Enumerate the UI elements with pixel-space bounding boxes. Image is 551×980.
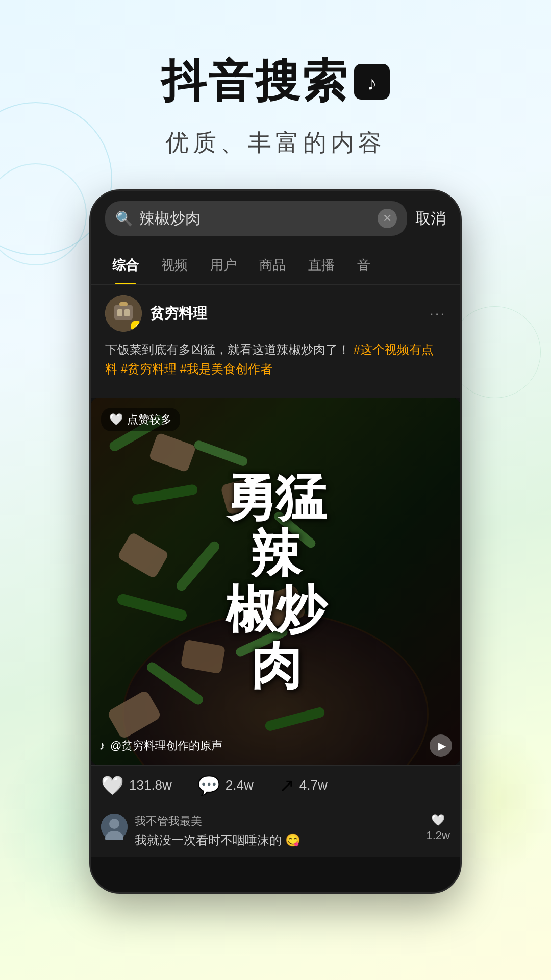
tiktok-logo-icon: ♪ [354, 64, 390, 100]
interaction-bar: 🤍 131.8w 💬 2.4w ↗ 4.7w [91, 765, 460, 805]
play-icon-symbol: ▶ [438, 740, 446, 752]
content-area: ✓ 贫穷料理 ··· 下饭菜到底有多凶猛，就看这道辣椒炒肉了！ #这个视频有点料… [91, 285, 460, 398]
tab-商品[interactable]: 商品 [248, 246, 297, 284]
post-caption: 下饭菜到底有多凶猛，就看这道辣椒炒肉了！ #这个视频有点料 #贫穷料理 #我是美… [105, 340, 446, 379]
commenter-avatar-image [101, 814, 128, 840]
commenter-username: 我不管我最美 [135, 814, 419, 829]
play-button[interactable]: ▶ [430, 734, 452, 757]
search-icon: 🔍 [115, 210, 133, 227]
comment-text: 我就没一次看时不咽唾沫的 😋 [135, 831, 419, 849]
like-badge: 🤍 点赞较多 [101, 408, 180, 431]
comment-like-count: 1.2w [427, 829, 450, 842]
video-container[interactable]: 🤍 点赞较多 勇猛辣椒炒肉 ♪ @贫穷料理创作的原声 ▶ [91, 398, 460, 765]
share-button[interactable]: ↗ 4.7w [279, 775, 328, 796]
header-section: 抖音搜索 ♪ 优质、丰富的内容 [0, 0, 551, 189]
video-sound-bar: ♪ @贫穷料理创作的原声 ▶ [99, 734, 452, 757]
comment-like-section[interactable]: 🤍 1.2w [427, 814, 450, 842]
svg-rect-3 [114, 305, 133, 320]
search-input-value[interactable]: 辣椒炒肉 [139, 208, 371, 229]
tab-用户[interactable]: 用户 [199, 246, 248, 284]
svg-point-8 [109, 819, 119, 829]
share-icon: ↗ [279, 775, 294, 796]
cancel-button[interactable]: 取消 [415, 208, 446, 229]
heart-icon: 🤍 [109, 413, 123, 426]
tab-音[interactable]: 音 [346, 246, 382, 284]
more-options-button[interactable]: ··· [429, 304, 446, 323]
like-badge-text: 点赞较多 [127, 412, 172, 427]
app-title-row: 抖音搜索 ♪ [0, 51, 551, 112]
search-clear-button[interactable]: ✕ [378, 209, 397, 228]
svg-rect-4 [117, 309, 122, 316]
caption-text: 下饭菜到底有多凶猛，就看这道辣椒炒肉了！ [105, 342, 350, 356]
comment-heart-icon: 🤍 [431, 814, 445, 827]
tab-直播[interactable]: 直播 [297, 246, 346, 284]
comment-preview: 我不管我最美 我就没一次看时不咽唾沫的 😋 🤍 1.2w [91, 805, 460, 857]
svg-text:♪: ♪ [367, 71, 377, 93]
like-icon: 🤍 [101, 775, 124, 796]
user-avatar[interactable]: ✓ [105, 295, 142, 332]
tab-bar: 综合 视频 用户 商品 直播 音 [91, 246, 460, 285]
svg-rect-5 [124, 309, 130, 316]
commenter-avatar [101, 814, 128, 840]
video-text-overlay: 勇猛辣椒炒肉 [109, 469, 442, 694]
verified-badge: ✓ [131, 321, 142, 332]
page-title: 抖音搜索 [161, 51, 349, 112]
svg-rect-6 [119, 302, 128, 306]
comment-button[interactable]: 💬 2.4w [197, 775, 254, 796]
close-icon: ✕ [383, 212, 392, 225]
comment-count: 2.4w [226, 777, 254, 793]
video-overlay-text: 勇猛辣椒炒肉 [109, 469, 442, 694]
post-username[interactable]: 贫穷料理 [150, 304, 207, 323]
like-count: 131.8w [129, 777, 172, 793]
comment-content: 我不管我最美 我就没一次看时不咽唾沫的 😋 [135, 814, 419, 849]
sound-text: @贫穷料理创作的原声 [110, 738, 222, 753]
phone-container: 🔍 辣椒炒肉 ✕ 取消 综合 视频 用户 商品 直播 [0, 189, 551, 894]
tab-视频[interactable]: 视频 [150, 246, 199, 284]
search-box[interactable]: 🔍 辣椒炒肉 ✕ [105, 201, 407, 236]
search-area: 🔍 辣椒炒肉 ✕ 取消 [91, 191, 460, 246]
phone-mockup: 🔍 辣椒炒肉 ✕ 取消 综合 视频 用户 商品 直播 [89, 189, 462, 894]
share-count: 4.7w [299, 777, 328, 793]
page-subtitle: 优质、丰富的内容 [0, 127, 551, 159]
post-header: ✓ 贫穷料理 ··· [105, 295, 446, 332]
tiktok-sound-icon: ♪ [99, 739, 105, 753]
tab-综合[interactable]: 综合 [101, 246, 150, 284]
like-button[interactable]: 🤍 131.8w [101, 775, 172, 796]
comment-icon: 💬 [197, 775, 220, 796]
